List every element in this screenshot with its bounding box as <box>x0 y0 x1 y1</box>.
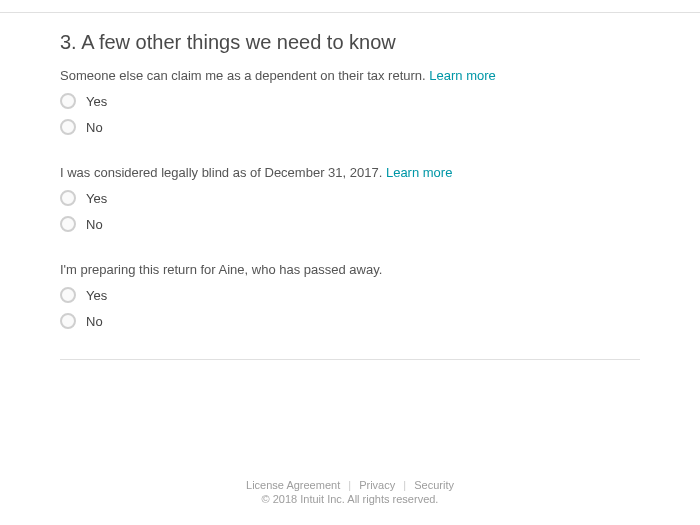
footer-sep: | <box>348 479 351 491</box>
footer-links: License Agreement | Privacy | Security <box>0 479 700 491</box>
radio-dependent-yes[interactable] <box>60 93 76 109</box>
bottom-divider <box>60 359 640 360</box>
radio-label-dependent-yes: Yes <box>86 94 107 109</box>
radio-label-blind-no: No <box>86 217 103 232</box>
footer-sep: | <box>403 479 406 491</box>
radio-row-blind-no: No <box>60 216 640 232</box>
radio-row-deceased-no: No <box>60 313 640 329</box>
content-section: 3. A few other things we need to know So… <box>0 13 700 360</box>
radio-row-deceased-yes: Yes <box>60 287 640 303</box>
question-deceased-text: I'm preparing this return for Aine, who … <box>60 262 382 277</box>
learn-more-link-dependent[interactable]: Learn more <box>429 68 495 83</box>
learn-more-link-blind[interactable]: Learn more <box>386 165 452 180</box>
section-number: 3. <box>60 31 77 53</box>
radio-label-deceased-no: No <box>86 314 103 329</box>
footer-copyright: © 2018 Intuit Inc. All rights reserved. <box>0 493 700 505</box>
radio-row-blind-yes: Yes <box>60 190 640 206</box>
radio-dependent-no[interactable] <box>60 119 76 135</box>
question-dependent-text: Someone else can claim me as a dependent… <box>60 68 426 83</box>
radio-deceased-no[interactable] <box>60 313 76 329</box>
footer-security-link[interactable]: Security <box>409 479 459 491</box>
radio-group-dependent: Yes No <box>60 93 640 135</box>
question-blind-text: I was considered legally blind as of Dec… <box>60 165 382 180</box>
section-title: 3. A few other things we need to know <box>60 31 640 54</box>
footer-license-link[interactable]: License Agreement <box>241 479 345 491</box>
section-title-text: A few other things we need to know <box>81 31 396 53</box>
radio-deceased-yes[interactable] <box>60 287 76 303</box>
radio-label-dependent-no: No <box>86 120 103 135</box>
radio-group-blind: Yes No <box>60 190 640 232</box>
footer: License Agreement | Privacy | Security ©… <box>0 479 700 505</box>
radio-label-blind-yes: Yes <box>86 191 107 206</box>
radio-blind-no[interactable] <box>60 216 76 232</box>
question-blind: I was considered legally blind as of Dec… <box>60 165 640 180</box>
radio-row-dependent-no: No <box>60 119 640 135</box>
radio-group-deceased: Yes No <box>60 287 640 329</box>
footer-privacy-link[interactable]: Privacy <box>354 479 400 491</box>
radio-label-deceased-yes: Yes <box>86 288 107 303</box>
radio-row-dependent-yes: Yes <box>60 93 640 109</box>
radio-blind-yes[interactable] <box>60 190 76 206</box>
question-dependent: Someone else can claim me as a dependent… <box>60 68 640 83</box>
question-deceased: I'm preparing this return for Aine, who … <box>60 262 640 277</box>
